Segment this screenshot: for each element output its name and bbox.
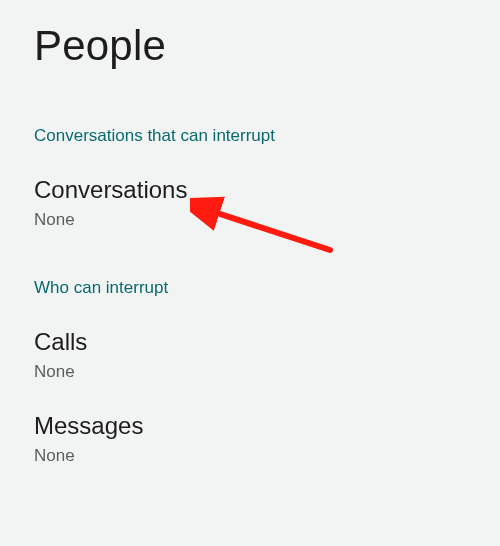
- settings-item-value: None: [34, 446, 466, 466]
- settings-item-messages[interactable]: Messages None: [0, 412, 500, 466]
- settings-item-title: Messages: [34, 412, 466, 440]
- settings-item-conversations[interactable]: Conversations None: [0, 176, 500, 230]
- settings-item-title: Conversations: [34, 176, 466, 204]
- settings-item-value: None: [34, 362, 466, 382]
- section-header-who-can-interrupt: Who can interrupt: [0, 278, 500, 298]
- section-header-conversations-interrupt: Conversations that can interrupt: [0, 126, 500, 146]
- page-title: People: [0, 0, 500, 70]
- settings-item-title: Calls: [34, 328, 466, 356]
- settings-item-calls[interactable]: Calls None: [0, 328, 500, 382]
- settings-item-value: None: [34, 210, 466, 230]
